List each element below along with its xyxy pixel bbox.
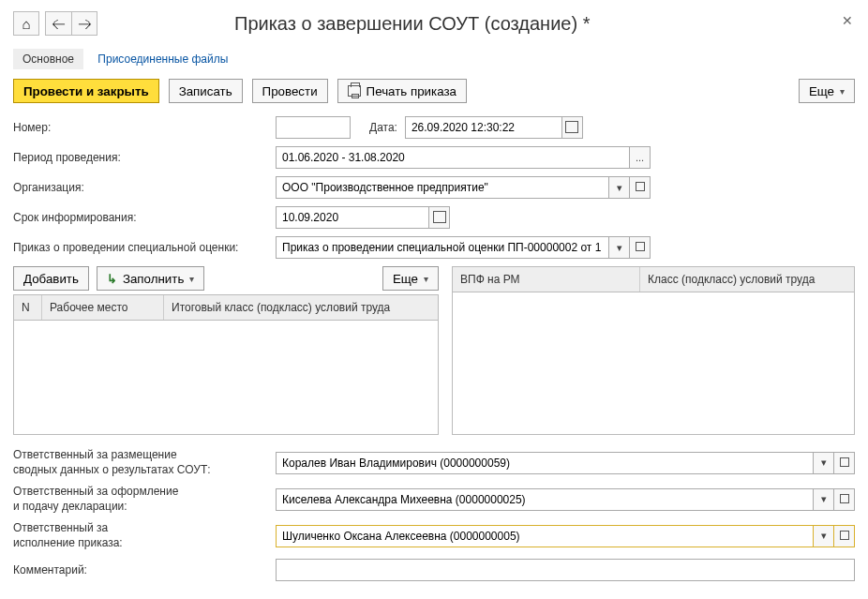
organization-label: Организация: — [13, 181, 276, 194]
assessment-order-dropdown-button[interactable] — [609, 236, 630, 259]
resp-summary-open-button[interactable] — [834, 452, 855, 474]
col-result-class-header[interactable]: Итоговый класс (подкласс) условий труда — [164, 295, 438, 320]
post-button[interactable]: Провести — [252, 79, 328, 103]
add-row-button[interactable]: Добавить — [13, 266, 89, 291]
resp-declaration-input[interactable] — [276, 488, 814, 511]
hazard-factors-table-body — [453, 292, 854, 433]
close-icon: ✕ — [842, 13, 853, 28]
resp-declaration-label: Ответственный за оформление и подачу дек… — [13, 485, 276, 514]
assessment-order-input[interactable] — [276, 236, 609, 259]
open-icon — [840, 531, 849, 542]
table-more-button[interactable]: Еще — [382, 266, 439, 291]
assessment-order-label: Приказ о проведении специальной оценки: — [13, 241, 276, 254]
fill-button[interactable]: ↳ Заполнить — [97, 266, 204, 291]
open-icon — [636, 182, 645, 193]
resp-execution-label: Ответственный за исполнение приказа: — [13, 521, 276, 550]
table-more-label: Еще — [393, 272, 418, 286]
organization-input[interactable] — [276, 176, 609, 199]
inform-deadline-input[interactable] — [276, 206, 429, 229]
date-calendar-button[interactable] — [562, 116, 583, 139]
date-label: Дата: — [369, 121, 397, 134]
forward-button[interactable]: 🡢 — [71, 11, 97, 36]
fill-arrow-icon: ↳ — [107, 272, 117, 286]
resp-execution-open-button[interactable] — [834, 525, 855, 547]
calendar-icon — [565, 121, 578, 135]
resp-declaration-line2: и подачу декларации: — [13, 500, 127, 513]
more-button[interactable]: Еще — [799, 79, 855, 103]
period-select-button[interactable]: ... — [630, 146, 651, 169]
col-workplace-header[interactable]: Рабочее место — [42, 295, 164, 320]
inform-calendar-button[interactable] — [429, 206, 450, 229]
number-label: Номер: — [13, 121, 276, 134]
resp-execution-line1: Ответственный за — [13, 521, 108, 534]
open-icon — [636, 242, 645, 253]
workplaces-table[interactable]: N Рабочее место Итоговый класс (подкласс… — [13, 294, 439, 435]
comment-label: Комментарий: — [13, 563, 276, 577]
window-title: Приказ о завершении СОУТ (создание) * — [234, 13, 590, 35]
print-label: Печать приказа — [367, 84, 456, 98]
assessment-order-open-button[interactable] — [630, 236, 651, 259]
resp-summary-input[interactable] — [276, 452, 814, 474]
period-input[interactable] — [276, 146, 630, 169]
ellipsis-icon: ... — [636, 152, 644, 163]
workplaces-table-body — [14, 321, 438, 433]
resp-declaration-open-button[interactable] — [834, 488, 855, 511]
resp-declaration-line1: Ответственный за оформление — [13, 485, 178, 498]
organization-dropdown-button[interactable] — [609, 176, 630, 199]
open-icon — [840, 457, 849, 469]
resp-summary-label: Ответственный за размещение сводных данн… — [13, 448, 276, 477]
resp-summary-line2: сводных данных о результатах СОУТ: — [13, 463, 211, 476]
hazard-factors-table[interactable]: ВПФ на РМ Класс (подкласс) условий труда — [452, 266, 855, 435]
calendar-icon — [433, 211, 446, 225]
resp-execution-dropdown-button[interactable] — [814, 525, 834, 547]
save-button[interactable]: Записать — [169, 79, 243, 103]
home-button[interactable]: ⌂ — [13, 11, 39, 36]
post-and-close-button[interactable]: Провести и закрыть — [13, 79, 159, 103]
tab-attached-files[interactable]: Присоединенные файлы — [97, 52, 228, 66]
more-label: Еще — [809, 84, 834, 98]
col-n-header[interactable]: N — [14, 295, 42, 320]
resp-declaration-dropdown-button[interactable] — [814, 488, 834, 511]
date-input[interactable] — [405, 116, 562, 139]
tab-main[interactable]: Основное — [13, 49, 83, 69]
comment-input[interactable] — [276, 559, 855, 581]
period-label: Период проведения: — [13, 151, 276, 164]
resp-summary-line1: Ответственный за размещение — [13, 448, 177, 461]
number-input[interactable] — [276, 116, 351, 139]
printer-icon — [348, 85, 361, 97]
resp-execution-input[interactable] — [276, 525, 814, 547]
home-icon: ⌂ — [22, 16, 30, 32]
arrow-right-icon: 🡢 — [78, 16, 92, 32]
arrow-left-icon: 🡠 — [52, 16, 66, 32]
col-vpf-header[interactable]: ВПФ на РМ — [453, 267, 640, 292]
resp-summary-dropdown-button[interactable] — [814, 452, 834, 474]
close-button[interactable]: ✕ — [842, 13, 853, 28]
organization-open-button[interactable] — [630, 176, 651, 199]
print-order-button[interactable]: Печать приказа — [337, 79, 467, 103]
open-icon — [840, 494, 849, 505]
resp-execution-line2: исполнение приказа: — [13, 536, 123, 549]
col-conditions-class-header[interactable]: Класс (подкласс) условий труда — [640, 267, 854, 292]
back-button[interactable]: 🡠 — [45, 11, 71, 36]
fill-label: Заполнить — [123, 272, 184, 286]
inform-deadline-label: Срок информирования: — [13, 211, 276, 224]
